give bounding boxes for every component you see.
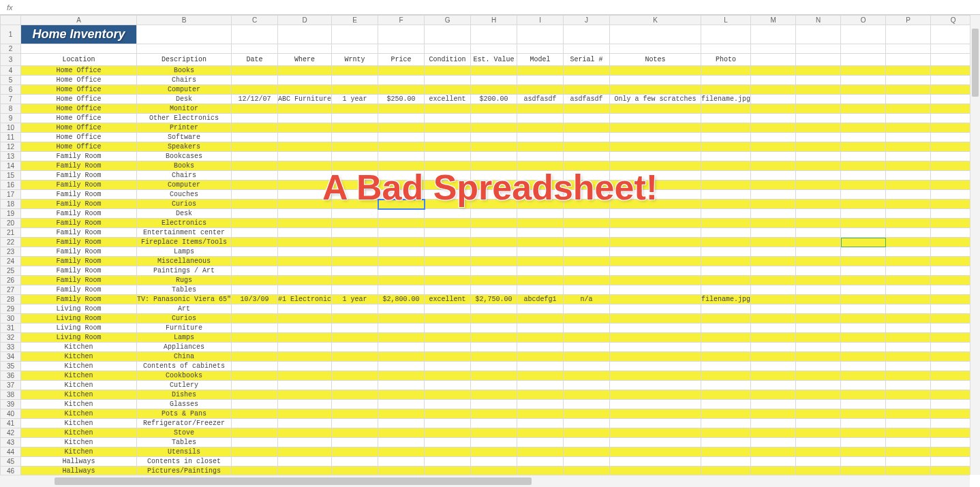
cell[interactable] [751, 352, 796, 362]
cell[interactable] [751, 419, 796, 428]
cell[interactable]: Living Room [21, 324, 137, 333]
cell[interactable]: Living Room [21, 333, 137, 343]
cell[interactable] [564, 467, 610, 475]
cell[interactable]: Family Room [21, 200, 137, 209]
cell[interactable] [517, 114, 564, 123]
cell[interactable] [378, 447, 425, 457]
cell[interactable] [232, 362, 278, 371]
cell[interactable] [232, 419, 278, 428]
cell[interactable] [278, 371, 332, 381]
row-header[interactable]: 42 [1, 428, 21, 438]
cell[interactable]: 1 year [332, 295, 378, 304]
cell[interactable] [796, 400, 841, 409]
cell[interactable] [610, 161, 701, 171]
cell[interactable] [332, 381, 378, 390]
cell[interactable] [471, 85, 517, 95]
cell[interactable] [610, 44, 701, 54]
cell[interactable] [751, 190, 796, 200]
cell[interactable]: Home Office [21, 114, 137, 123]
row-header[interactable]: 32 [1, 333, 21, 343]
cell[interactable] [232, 171, 278, 180]
cell[interactable] [471, 314, 517, 324]
cell[interactable] [278, 409, 332, 419]
row-header[interactable]: 12 [1, 142, 21, 152]
cell[interactable] [425, 438, 471, 447]
cell[interactable] [425, 171, 471, 180]
cell[interactable] [886, 190, 931, 200]
cell[interactable]: Family Room [21, 266, 137, 276]
cell[interactable] [378, 142, 425, 152]
cell[interactable] [751, 247, 796, 257]
cell[interactable] [841, 161, 886, 171]
cell[interactable] [931, 447, 976, 457]
cell[interactable] [471, 457, 517, 467]
cell[interactable] [796, 180, 841, 190]
cell[interactable] [564, 219, 610, 228]
cell[interactable] [378, 25, 425, 44]
cell[interactable] [841, 200, 886, 209]
cell[interactable] [564, 371, 610, 381]
cell[interactable] [564, 133, 610, 142]
cell[interactable] [278, 352, 332, 362]
cell[interactable] [610, 133, 701, 142]
cell[interactable] [471, 467, 517, 475]
cell[interactable] [841, 209, 886, 219]
cell[interactable] [471, 228, 517, 238]
column-header-D[interactable]: D [278, 16, 332, 25]
cell[interactable] [796, 95, 841, 104]
cell[interactable] [332, 438, 378, 447]
cell[interactable] [471, 238, 517, 247]
cell[interactable] [517, 314, 564, 324]
cell[interactable] [931, 324, 976, 333]
cell[interactable] [425, 409, 471, 419]
cell[interactable] [332, 390, 378, 400]
cell[interactable] [610, 381, 701, 390]
column-header-J[interactable]: J [564, 16, 610, 25]
cell[interactable] [332, 133, 378, 142]
cell[interactable] [378, 390, 425, 400]
cell[interactable] [701, 419, 751, 428]
cell[interactable] [471, 409, 517, 419]
cell[interactable] [471, 324, 517, 333]
cell[interactable] [564, 409, 610, 419]
cell[interactable] [796, 447, 841, 457]
cell[interactable] [931, 457, 976, 467]
cell[interactable] [517, 324, 564, 333]
cell[interactable] [232, 304, 278, 314]
cell[interactable] [21, 44, 137, 54]
cell[interactable] [378, 152, 425, 161]
cell[interactable]: Home Office [21, 95, 137, 104]
cell[interactable] [796, 304, 841, 314]
cell[interactable] [751, 390, 796, 400]
cell[interactable] [701, 209, 751, 219]
cell[interactable] [751, 381, 796, 390]
cell[interactable] [425, 66, 471, 76]
cell[interactable] [278, 381, 332, 390]
cell[interactable] [796, 228, 841, 238]
row-header[interactable]: 4 [1, 66, 21, 76]
cell[interactable] [425, 152, 471, 161]
cell[interactable] [232, 190, 278, 200]
cell[interactable] [886, 200, 931, 209]
cell[interactable]: Family Room [21, 238, 137, 247]
cell[interactable] [471, 352, 517, 362]
cell[interactable] [796, 467, 841, 475]
cell[interactable] [931, 419, 976, 428]
cell[interactable]: China [137, 352, 232, 362]
cell[interactable] [841, 438, 886, 447]
cell[interactable] [425, 362, 471, 371]
cell[interactable] [232, 66, 278, 76]
cell[interactable] [841, 381, 886, 390]
cell[interactable] [137, 44, 232, 54]
cell[interactable] [610, 409, 701, 419]
cell[interactable] [425, 447, 471, 457]
cell[interactable] [471, 247, 517, 257]
cell[interactable] [886, 238, 931, 247]
cell[interactable] [564, 381, 610, 390]
cell[interactable] [517, 44, 564, 54]
cell[interactable] [517, 142, 564, 152]
cell[interactable] [841, 247, 886, 257]
cell[interactable] [751, 362, 796, 371]
cell[interactable] [886, 66, 931, 76]
cell[interactable]: Speakers [137, 142, 232, 152]
